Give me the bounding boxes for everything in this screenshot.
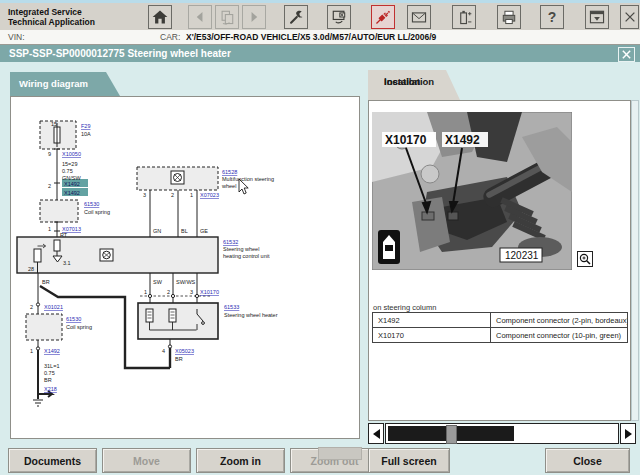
- documents-button[interactable]: Documents: [8, 448, 97, 473]
- installation-location-photo[interactable]: X10170 X1492 120231: [372, 112, 572, 270]
- history-button[interactable]: [215, 5, 239, 29]
- connector-x10170-link[interactable]: X10170: [200, 289, 219, 295]
- connector-table: X1492 Component connector (2-pin, bordea…: [372, 312, 628, 343]
- pin-3: 3: [190, 289, 193, 295]
- wire-color-br: BR: [42, 279, 50, 285]
- forward-arrow-icon: [245, 8, 263, 26]
- wire-label: 0.75: [62, 168, 73, 174]
- messages-button[interactable]: [407, 5, 431, 29]
- coil-spring-name: Coil spring: [66, 324, 92, 330]
- connector-x01021-link[interactable]: X01021: [44, 304, 63, 310]
- photo-ref-number: 120231: [505, 250, 539, 261]
- mfl-code-link[interactable]: 61528: [222, 169, 237, 175]
- heating-control-unit-box: [17, 237, 218, 273]
- connector-code-cell[interactable]: X10170: [373, 328, 491, 343]
- help-button[interactable]: ?: [540, 5, 564, 29]
- battery-button[interactable]: [452, 5, 476, 29]
- app-title-line2: Technical Application: [8, 17, 95, 27]
- close-icon: [622, 9, 638, 25]
- photo-label-x10170: X10170: [385, 133, 427, 147]
- pin-2: 2: [48, 183, 51, 189]
- close-button[interactable]: Close: [545, 448, 630, 473]
- connector-x1492-link[interactable]: X1492: [44, 348, 60, 354]
- document-close-button[interactable]: [618, 47, 635, 62]
- coil-spring-code-link[interactable]: 61530: [66, 316, 81, 322]
- table-caption: on steering column: [373, 303, 436, 312]
- connector-x1492-highlight[interactable]: X1492: [64, 190, 80, 196]
- wire-color-gn: GN: [153, 228, 161, 234]
- connector-desc-cell[interactable]: Component connector (2-pin, bordeaux): [491, 313, 628, 328]
- wire-label: BR: [44, 377, 52, 383]
- full-screen-button[interactable]: Full screen: [368, 448, 450, 473]
- scrollbar-handle[interactable]: [446, 425, 457, 444]
- pin-3: 3: [143, 192, 146, 198]
- home-button[interactable]: [148, 5, 172, 29]
- print-button[interactable]: [497, 5, 521, 29]
- wire-color-sw: SW: [153, 279, 163, 285]
- back-arrow-icon: [191, 8, 209, 26]
- wire-label: 15=29: [62, 161, 77, 167]
- pin-1: 1: [48, 226, 51, 232]
- main-toolbar: Integrated Service Technical Application: [0, 3, 640, 31]
- pin-1: 1: [144, 289, 147, 295]
- heater-code-link[interactable]: 61533: [224, 304, 239, 310]
- ground-x218-link[interactable]: X218: [44, 386, 57, 392]
- table-row[interactable]: X10170 Component connector (10-pin, gree…: [373, 328, 628, 343]
- coil-spring-box-1: [40, 200, 78, 222]
- identification-button[interactable]: [327, 5, 351, 29]
- app-title: Integrated Service Technical Application: [8, 7, 95, 27]
- device-icon: [330, 8, 348, 26]
- mail-icon: [410, 8, 428, 26]
- scroll-right-button[interactable]: [620, 423, 636, 444]
- wire-color-bl: BL: [181, 228, 188, 234]
- pages-icon: [218, 8, 236, 26]
- wire-label: 31L=1: [44, 363, 59, 369]
- table-row[interactable]: X1492 Component connector (2-pin, bordea…: [373, 313, 628, 328]
- control-unit-code-link[interactable]: 61532: [223, 239, 238, 245]
- exit-button[interactable]: [620, 5, 639, 29]
- scroll-left-button[interactable]: [368, 423, 384, 444]
- photo-zoom-button[interactable]: [577, 251, 593, 267]
- tab-installation-location[interactable]: Installation location: [368, 70, 460, 100]
- fuse-amp-label: 10A: [81, 131, 91, 137]
- wire-label: 0.75: [44, 370, 55, 376]
- mfl-name: Multifunction steering: [222, 176, 274, 182]
- move-button[interactable]: Move: [102, 448, 191, 473]
- back-button[interactable]: [188, 5, 212, 29]
- vehicle-interface-button[interactable]: [371, 5, 395, 29]
- home-icon: [151, 8, 169, 26]
- pin-2: 2: [167, 289, 170, 295]
- wire-color-rt: RT: [60, 232, 68, 238]
- connector-x10050-link[interactable]: X10050: [62, 151, 81, 157]
- wiring-diagram-canvas[interactable]: 15 F29 10A 9 X10050 15=29 0.75 GN/SW 2 X…: [11, 97, 359, 438]
- app-title-line1: Integrated Service: [8, 7, 95, 17]
- tooltip-artifact: [318, 447, 362, 460]
- workshop-button[interactable]: [284, 5, 308, 29]
- pin-3-1: 3.1: [63, 260, 71, 266]
- car-label: CAR:: [160, 32, 180, 42]
- coil-spring-code-link[interactable]: 61530: [84, 201, 99, 207]
- tab-wiring-diagram[interactable]: Wiring diagram: [10, 72, 120, 96]
- connector-x05023-link[interactable]: X05023: [175, 348, 194, 354]
- coil-spring-box-2: [26, 314, 62, 340]
- pin-4: 4: [162, 348, 165, 354]
- fuse-code-link[interactable]: F29: [81, 123, 90, 129]
- zoom-in-button[interactable]: Zoom in: [196, 448, 285, 473]
- wire-color-ge: GE: [200, 228, 208, 234]
- scrollbar-track[interactable]: [385, 423, 619, 444]
- connector-x07023-link[interactable]: X07023: [200, 192, 219, 198]
- minimize-dock-button[interactable]: [585, 5, 609, 29]
- forward-button[interactable]: [242, 5, 266, 29]
- battery-icon: [455, 8, 473, 26]
- coil-spring-name: Coil spring: [84, 209, 110, 215]
- horizontal-scrollbar: [368, 423, 638, 444]
- pin-1: 1: [30, 348, 33, 354]
- connector-code-cell[interactable]: X1492: [373, 313, 491, 328]
- pin-1: 1: [190, 192, 193, 198]
- connector-desc-cell[interactable]: Component connector (10-pin, green): [491, 328, 628, 343]
- vertical-scrollbar[interactable]: [631, 100, 639, 421]
- control-unit-name: Steering wheel: [223, 246, 259, 252]
- connector-x1492-highlight[interactable]: X1492: [64, 181, 80, 187]
- dock-window-icon: [588, 8, 606, 26]
- magnifier-icon: [578, 252, 592, 266]
